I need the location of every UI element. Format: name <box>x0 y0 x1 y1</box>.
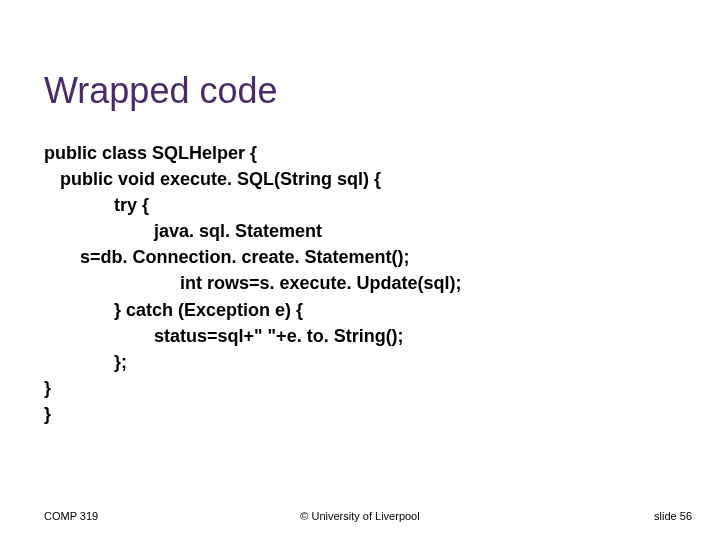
slide-title: Wrapped code <box>0 0 720 112</box>
code-line: } <box>44 401 720 427</box>
code-line: status=sql+" "+e. to. String(); <box>44 323 720 349</box>
code-block: public class SQLHelper { public void exe… <box>0 112 720 427</box>
code-line: int rows=s. execute. Update(sql); <box>44 270 720 296</box>
code-line: } <box>44 375 720 401</box>
footer-slide-number: slide 56 <box>654 510 692 522</box>
code-line: public class SQLHelper { <box>44 140 720 166</box>
code-line: public void execute. SQL(String sql) { <box>44 166 720 192</box>
code-line: s=db. Connection. create. Statement(); <box>44 244 720 270</box>
code-line: }; <box>44 349 720 375</box>
footer-course-code: COMP 319 <box>44 510 98 522</box>
code-line: java. sql. Statement <box>44 218 720 244</box>
code-line: try { <box>44 192 720 218</box>
code-line: } catch (Exception e) { <box>44 297 720 323</box>
footer-copyright: © University of Liverpool <box>300 510 419 522</box>
